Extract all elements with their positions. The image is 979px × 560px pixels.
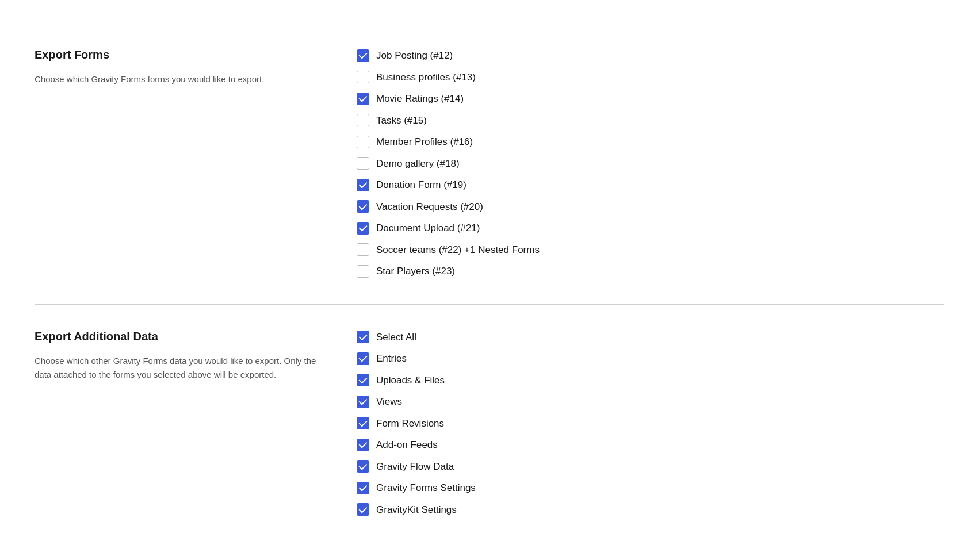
checkbox-gravity-forms-settings[interactable]	[357, 482, 369, 494]
export-additional-left: Export Additional Data Choose which othe…	[35, 328, 334, 520]
export-forms-title: Export Forms	[35, 46, 334, 63]
export-additional-title: Export Additional Data	[35, 328, 334, 345]
checkbox-item-form-21[interactable]: Document Upload (#21)	[357, 218, 944, 238]
checkbox-label-gravity-flow-data: Gravity Flow Data	[376, 459, 454, 474]
checkbox-label-entries: Entries	[376, 351, 407, 366]
checkbox-label-uploads-files: Uploads & Files	[376, 373, 445, 388]
checkbox-label-form-20: Vacation Requests (#20)	[376, 200, 483, 214]
checkbox-form-19[interactable]	[357, 179, 369, 191]
checkbox-item-addon-feeds[interactable]: Add-on Feeds	[357, 435, 944, 455]
checkbox-label-gravity-forms-settings: Gravity Forms Settings	[376, 481, 476, 496]
checkbox-entries[interactable]	[357, 352, 369, 365]
checkbox-item-gravitykit-settings[interactable]: GravityKit Settings	[357, 500, 944, 520]
export-forms-description: Choose which Gravity Forms forms you wou…	[35, 72, 334, 86]
checkbox-form-18[interactable]	[357, 157, 369, 170]
checkbox-item-entries[interactable]: Entries	[357, 349, 944, 369]
checkbox-label-form-16: Member Profiles (#16)	[376, 135, 473, 149]
checkbox-item-form-20[interactable]: Vacation Requests (#20)	[357, 197, 944, 217]
checkbox-item-form-18[interactable]: Demo gallery (#18)	[357, 154, 944, 174]
checkbox-item-uploads-files[interactable]: Uploads & Files	[357, 371, 944, 390]
checkbox-label-views: Views	[376, 394, 402, 409]
export-additional-description: Choose which other Gravity Forms data yo…	[35, 354, 334, 382]
checkbox-item-form-14[interactable]: Movie Ratings (#14)	[357, 89, 944, 109]
checkbox-form-16[interactable]	[357, 136, 369, 148]
export-forms-section: Export Forms Choose which Gravity Forms …	[35, 23, 944, 304]
checkbox-form-23[interactable]	[357, 265, 369, 278]
checkbox-item-views[interactable]: Views	[357, 392, 944, 412]
page-wrapper: Export Forms Choose which Gravity Forms …	[0, 0, 979, 560]
checkbox-label-form-18: Demo gallery (#18)	[376, 156, 460, 171]
checkbox-item-select-all[interactable]: Select All	[357, 328, 944, 347]
checkbox-form-12[interactable]	[357, 49, 369, 62]
checkbox-item-form-13[interactable]: Business profiles (#13)	[357, 68, 944, 87]
checkbox-form-14[interactable]	[357, 93, 369, 105]
checkbox-label-form-22: Soccer teams (#22) +1 Nested Forms	[376, 243, 540, 258]
checkbox-select-all[interactable]	[357, 331, 369, 343]
checkbox-form-22[interactable]	[357, 243, 369, 256]
checkbox-item-form-12[interactable]: Job Posting (#12)	[357, 46, 944, 66]
checkbox-label-select-all: Select All	[376, 330, 416, 345]
checkbox-item-form-22[interactable]: Soccer teams (#22) +1 Nested Forms	[357, 240, 944, 260]
checkbox-label-gravitykit-settings: GravityKit Settings	[376, 503, 457, 517]
checkbox-item-form-revisions[interactable]: Form Revisions	[357, 414, 944, 434]
checkbox-label-form-15: Tasks (#15)	[376, 113, 427, 128]
checkbox-label-form-revisions: Form Revisions	[376, 416, 444, 431]
checkbox-label-form-13: Business profiles (#13)	[376, 70, 476, 85]
checkbox-item-gravity-flow-data[interactable]: Gravity Flow Data	[357, 457, 944, 477]
checkbox-gravitykit-settings[interactable]	[357, 503, 369, 516]
checkbox-item-form-16[interactable]: Member Profiles (#16)	[357, 132, 944, 152]
checkbox-label-form-23: Star Players (#23)	[376, 264, 455, 279]
additional-checkbox-list: Select AllEntriesUploads & FilesViewsFor…	[357, 328, 944, 520]
checkbox-form-21[interactable]	[357, 222, 369, 235]
checkbox-label-form-21: Document Upload (#21)	[376, 221, 480, 236]
checkbox-item-gravity-forms-settings[interactable]: Gravity Forms Settings	[357, 478, 944, 498]
checkbox-views[interactable]	[357, 396, 369, 408]
checkbox-form-13[interactable]	[357, 71, 369, 83]
export-additional-right: Select AllEntriesUploads & FilesViewsFor…	[357, 328, 944, 520]
checkbox-addon-feeds[interactable]	[357, 439, 369, 451]
checkbox-item-form-23[interactable]: Star Players (#23)	[357, 262, 944, 281]
checkbox-label-addon-feeds: Add-on Feeds	[376, 438, 438, 452]
checkbox-form-15[interactable]	[357, 114, 369, 126]
checkbox-item-form-19[interactable]: Donation Form (#19)	[357, 175, 944, 195]
checkbox-label-form-19: Donation Form (#19)	[376, 178, 466, 193]
checkbox-label-form-12: Job Posting (#12)	[376, 48, 453, 63]
checkbox-gravity-flow-data[interactable]	[357, 460, 369, 473]
forms-checkbox-list: Job Posting (#12)Business profiles (#13)…	[357, 46, 944, 281]
checkbox-form-revisions[interactable]	[357, 417, 369, 429]
export-forms-left: Export Forms Choose which Gravity Forms …	[35, 46, 334, 281]
export-additional-section: Export Additional Data Choose which othe…	[35, 305, 944, 543]
export-forms-right: Job Posting (#12)Business profiles (#13)…	[357, 46, 944, 281]
checkbox-label-form-14: Movie Ratings (#14)	[376, 91, 464, 106]
checkbox-uploads-files[interactable]	[357, 374, 369, 386]
checkbox-item-form-15[interactable]: Tasks (#15)	[357, 111, 944, 131]
checkbox-form-20[interactable]	[357, 200, 369, 213]
